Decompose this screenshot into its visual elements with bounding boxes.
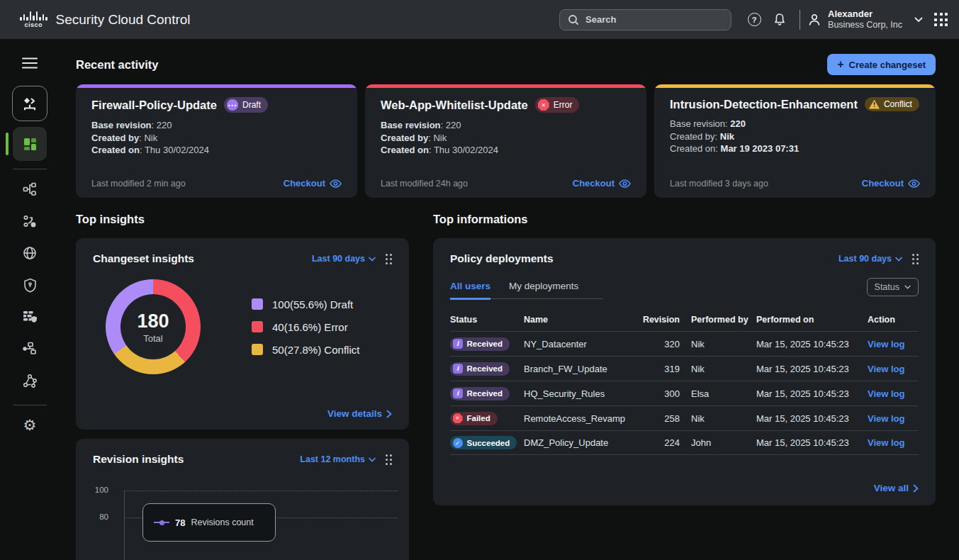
- status-pill-received: iReceived: [450, 362, 510, 376]
- view-details-link[interactable]: View details: [327, 408, 392, 419]
- policy-deployments-panel: Policy deployments Last 90 days All user…: [433, 238, 936, 505]
- meta-sep: :: [140, 145, 145, 155]
- sidebar-item-dashboard[interactable]: [13, 127, 47, 161]
- col-status: Status: [450, 315, 524, 325]
- view-all-link[interactable]: View all: [874, 483, 919, 493]
- donut-total: 180: [137, 310, 169, 332]
- eye-icon: [619, 179, 631, 188]
- changeset-card-draft[interactable]: Firewall-Policy-Update ••• Draft Base re…: [76, 84, 357, 198]
- drag-handle-icon[interactable]: [386, 454, 392, 465]
- view-log-link[interactable]: View log: [868, 437, 919, 448]
- sidebar: ⚙: [0, 39, 60, 560]
- deployments-tabs: All users My deployments: [450, 281, 603, 299]
- changeset-icon: [22, 96, 38, 111]
- user-menu[interactable]: Alexander Business Corp, Inc: [807, 9, 923, 30]
- sidebar-item-settings[interactable]: ⚙: [17, 413, 43, 438]
- legend-item: 100(55.6%) Draft: [252, 298, 359, 310]
- col-action: Action: [868, 315, 919, 325]
- meta-value: Thu 30/02/2024: [434, 145, 498, 155]
- tab-my-deployments[interactable]: My deployments: [509, 281, 578, 300]
- cell-revision: 300: [640, 388, 691, 399]
- table-row[interactable]: ✕Failed RemoteAccess_Revamp 258 Nik Mar …: [450, 405, 919, 430]
- sidebar-item-changesets[interactable]: [12, 86, 47, 121]
- view-log-link[interactable]: View log: [868, 364, 919, 374]
- meta-sep: :: [429, 145, 434, 155]
- meta-value: 220: [446, 120, 461, 130]
- cell-performed-by: Nik: [691, 413, 756, 424]
- cell-revision: 320: [640, 339, 691, 349]
- period-dropdown[interactable]: Last 90 days: [839, 254, 902, 264]
- workflow-icon: [23, 214, 37, 228]
- recent-activity-heading: Recent activity: [76, 58, 158, 72]
- checkout-label: Checkout: [573, 178, 615, 189]
- search-input[interactable]: [585, 14, 723, 25]
- last-modified-text: Last modified 2 min ago: [91, 179, 186, 189]
- plus-icon: +: [837, 59, 843, 70]
- card-title: Web-App-Whitelist-Update: [381, 99, 528, 112]
- meta-sep: :: [715, 143, 720, 154]
- table-row[interactable]: iReceived NY_Datacenter 320 Nik Mar 15, …: [450, 331, 919, 356]
- changeset-card-conflict[interactable]: Intrusion-Detection-Enhancement ! Confli…: [654, 84, 936, 198]
- status-label: Received: [467, 340, 503, 348]
- info-icon: i: [453, 364, 463, 374]
- active-indicator: [6, 133, 9, 155]
- create-changeset-button[interactable]: + Create changeset: [827, 54, 936, 75]
- period-dropdown[interactable]: Last 90 days: [312, 254, 376, 264]
- checkout-link[interactable]: Checkout: [573, 178, 631, 189]
- cell-revision: 319: [640, 364, 691, 374]
- changeset-card-error[interactable]: Web-App-Whitelist-Update ✕ Error Base re…: [365, 84, 646, 198]
- view-log-link[interactable]: View log: [868, 339, 919, 349]
- sidebar-item-topology[interactable]: [17, 336, 43, 362]
- info-icon: i: [453, 339, 463, 349]
- org-chart-icon: [23, 182, 37, 196]
- meta-value: Mar 19 2023 07:31: [721, 143, 800, 154]
- drag-handle-icon[interactable]: [386, 254, 392, 264]
- table-row[interactable]: ✓Succeeded DMZ_Policy_Update 224 John Ma…: [450, 430, 919, 455]
- status-pill-succeeded: ✓Succeeded: [450, 436, 517, 449]
- search-box[interactable]: [559, 9, 731, 30]
- sidebar-item-global[interactable]: [17, 240, 43, 266]
- badge-label: Draft: [242, 100, 261, 110]
- notifications-button[interactable]: [767, 7, 792, 33]
- checkout-link[interactable]: Checkout: [284, 178, 342, 189]
- panel-title: Policy deployments: [450, 252, 554, 265]
- apps-grid-icon[interactable]: [934, 13, 948, 26]
- table-row[interactable]: iReceived HQ_Security_Rules 300 Elsa Mar…: [450, 381, 919, 405]
- period-dropdown[interactable]: Last 12 months: [300, 454, 376, 464]
- sidebar-item-integrations[interactable]: [17, 368, 43, 393]
- last-modified-text: Last modified 3 days ago: [670, 179, 768, 189]
- period-label: Last 12 months: [300, 454, 365, 464]
- cell-performed-by: Nik: [691, 364, 756, 374]
- firewall-icon: [23, 310, 38, 324]
- failed-x-icon: ✕: [453, 413, 463, 423]
- gear-icon: ⚙: [23, 417, 37, 434]
- meta-value: Nik: [433, 133, 447, 143]
- view-log-link[interactable]: View log: [868, 388, 919, 399]
- cisco-wordmark: cisco: [24, 21, 43, 28]
- table-row[interactable]: iReceived Branch_FW_Update 319 Nik Mar 1…: [450, 356, 919, 381]
- changeset-insights-panel: Changeset insights Last 90 days 180 Tot: [76, 238, 409, 430]
- checkout-link[interactable]: Checkout: [862, 178, 920, 189]
- status-pill-failed: ✕Failed: [450, 412, 498, 425]
- drag-handle-icon[interactable]: [912, 254, 919, 264]
- sidebar-item-security[interactable]: [17, 272, 43, 298]
- view-all-label: View all: [874, 483, 909, 493]
- topology-icon: [23, 342, 38, 356]
- sidebar-item-inventory[interactable]: [17, 177, 43, 202]
- view-log-link[interactable]: View log: [868, 413, 919, 424]
- tab-all-users[interactable]: All users: [450, 281, 490, 300]
- legend-swatch: [252, 344, 263, 355]
- meta-label: Base revision: [381, 120, 441, 130]
- sidebar-item-workflows[interactable]: [17, 208, 43, 234]
- status-label: Received: [467, 389, 503, 398]
- menu-toggle-button[interactable]: [17, 50, 43, 76]
- user-org: Business Corp, Inc: [828, 20, 902, 30]
- revision-insights-panel: Revision insights Last 12 months 100 80: [76, 439, 409, 560]
- status-filter-dropdown[interactable]: Status: [867, 278, 919, 296]
- deployments-table: Status Name Revision Performed by Perfor…: [450, 310, 919, 455]
- legend-item: 50(27.8%) Conflict: [252, 344, 359, 356]
- legend-label: 50(27.8%) Conflict: [272, 344, 359, 356]
- cell-performed-by: Nik: [691, 339, 756, 349]
- sidebar-item-firewall[interactable]: [17, 304, 43, 330]
- help-button[interactable]: ?: [741, 7, 767, 33]
